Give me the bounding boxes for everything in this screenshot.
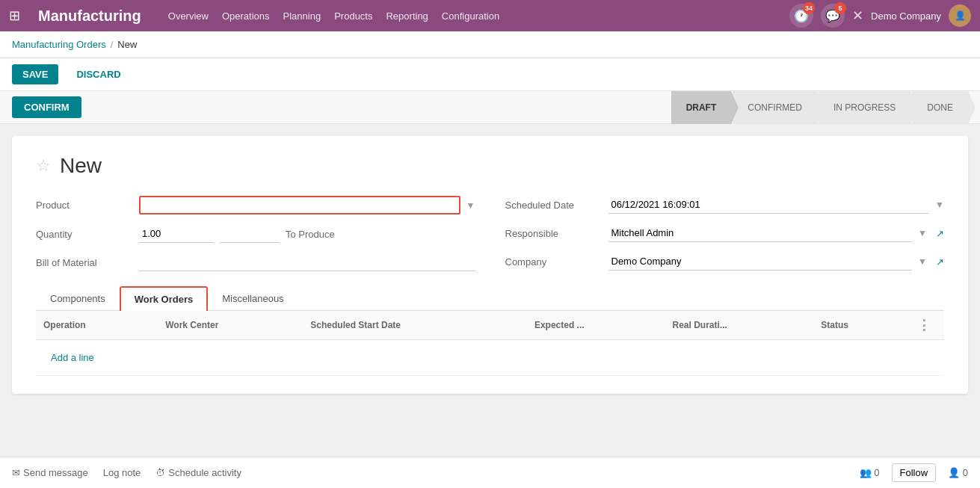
table-header-row: Operation Work Center Scheduled Start Da… [36,311,944,340]
tab-miscellaneous[interactable]: Miscellaneous [208,286,298,311]
quantity-field-row: Quantity To Produce [36,225,475,243]
bom-field-row: Bill of Material [36,253,475,271]
responsible-input[interactable] [608,224,913,242]
form-left: Product ▼ Quantity To Produce Bill of Ma… [36,196,475,271]
to-produce-label: To Produce [286,229,335,240]
menu-overview[interactable]: Overview [168,10,209,22]
confirm-button[interactable]: CONFIRM [12,96,81,118]
form-fields: Product ▼ Quantity To Produce Bill of Ma… [36,196,944,271]
company-name: Demo Company [871,10,941,22]
company-external-link-icon[interactable]: ↗ [936,256,944,268]
action-bar: SAVE DISCARD [0,58,980,91]
scheduled-date-dropdown-icon[interactable]: ▼ [935,200,944,210]
app-title: Manufacturing [38,7,141,25]
col-scheduled-start: Scheduled Start Date [303,311,527,340]
favorite-star-icon[interactable]: ☆ [36,156,51,176]
form-title-row: ☆ New [36,154,944,178]
col-status: Status [813,311,904,340]
notifications-count: 34 [803,2,815,14]
close-icon[interactable]: ✕ [852,7,863,24]
company-field-row: Company ▼ ↗ [505,253,945,271]
col-expected: Expected ... [527,311,665,340]
form-card: ☆ New Product ▼ Quantity To P [12,136,968,394]
status-bar: CONFIRM DRAFT CONFIRMED IN PROGRESS DONE [0,91,980,124]
form-right: Scheduled Date ▼ Responsible ▼ ↗ Company… [505,196,945,271]
quantity-input[interactable] [139,225,214,243]
top-navigation: ⊞ Manufacturing Overview Operations Plan… [0,0,980,31]
app-grid-icon[interactable]: ⊞ [9,7,20,24]
status-step-draft[interactable]: DRAFT [671,91,732,124]
responsible-dropdown-icon[interactable]: ▼ [918,228,927,238]
product-dropdown-icon[interactable]: ▼ [466,200,475,211]
user-avatar[interactable]: 👤 [949,4,971,27]
scheduled-date-field-row: Scheduled Date ▼ [505,196,945,214]
table-more-icon[interactable]: ⋮ [911,312,937,339]
scheduled-date-label: Scheduled Date [505,200,603,211]
main-menu: Overview Operations Planning Products Re… [168,10,774,22]
main-content: ☆ New Product ▼ Quantity To P [0,124,980,423]
save-button[interactable]: SAVE [12,64,58,84]
breadcrumb-separator: / [111,39,114,50]
quantity-label: Quantity [36,229,133,240]
breadcrumb: Manufacturing Orders / New [0,31,980,58]
breadcrumb-parent[interactable]: Manufacturing Orders [12,39,106,50]
topnav-right: 🕐 34 💬 5 ✕ Demo Company 👤 [789,4,971,28]
form-title: New [60,154,102,178]
messages-button[interactable]: 💬 5 [821,4,845,28]
add-line-button[interactable]: Add a line [51,352,94,363]
work-orders-table: Operation Work Center Scheduled Start Da… [36,311,944,376]
col-operation: Operation [36,311,158,340]
status-step-confirmed[interactable]: CONFIRMED [733,91,817,124]
menu-configuration[interactable]: Configuration [442,10,499,22]
menu-planning[interactable]: Planning [283,10,321,22]
scheduled-date-input[interactable] [608,196,930,214]
status-steps: DRAFT CONFIRMED IN PROGRESS DONE [671,91,968,124]
notifications-button[interactable]: 🕐 34 [789,4,813,28]
col-real-duration: Real Durati... [665,311,813,340]
add-line-row: Add a line [36,340,944,376]
discard-button[interactable]: DISCARD [66,64,131,84]
responsible-external-link-icon[interactable]: ↗ [936,228,944,239]
bom-select[interactable] [139,253,475,271]
breadcrumb-current: New [117,39,137,50]
company-label: Company [505,256,603,268]
tab-work-orders[interactable]: Work Orders [120,286,209,311]
responsible-field-row: Responsible ▼ ↗ [505,224,945,242]
status-step-inprogress[interactable]: IN PROGRESS [819,91,910,124]
quantity-unit-select[interactable] [220,225,280,243]
product-label: Product [36,200,133,211]
company-dropdown-icon[interactable]: ▼ [918,256,927,267]
bom-label: Bill of Material [36,257,133,268]
tabs-section: Components Work Orders Miscellaneous Ope… [36,286,944,376]
company-input[interactable] [608,253,913,271]
menu-operations[interactable]: Operations [222,10,270,22]
quantity-controls: To Produce [139,225,335,243]
product-field-row: Product ▼ [36,196,475,214]
menu-products[interactable]: Products [334,10,372,22]
product-input[interactable] [139,196,460,214]
menu-reporting[interactable]: Reporting [386,10,428,22]
col-actions: ⋮ [904,311,944,340]
tab-components[interactable]: Components [36,286,120,311]
messages-count: 5 [834,2,846,14]
tabs-navigation: Components Work Orders Miscellaneous [36,286,944,311]
status-step-done[interactable]: DONE [912,91,968,124]
col-work-center: Work Center [158,311,303,340]
responsible-label: Responsible [505,228,603,239]
